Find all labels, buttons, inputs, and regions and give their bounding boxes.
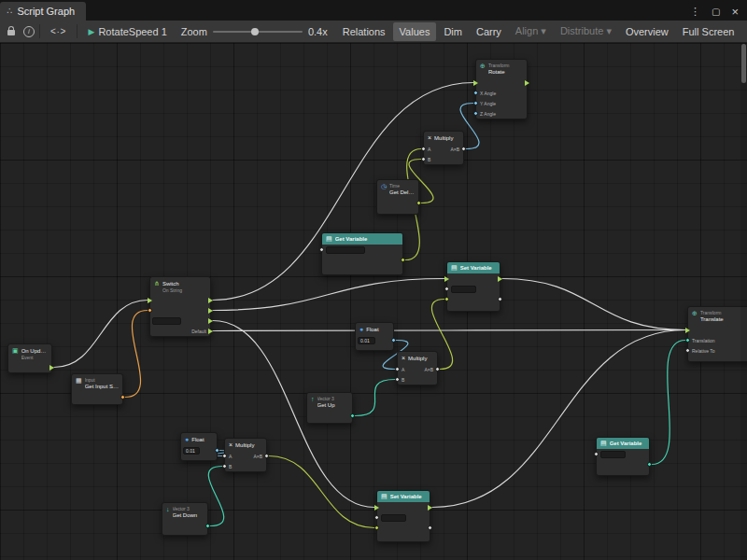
maximize-icon[interactable]: ▢ — [712, 7, 720, 17]
value-port[interactable] — [461, 147, 466, 151]
node-getinput[interactable]: ▦InputGet Input String — [71, 373, 123, 405]
value-port[interactable] — [647, 462, 652, 467]
port-row — [597, 449, 649, 459]
zoom-slider-thumb[interactable] — [251, 28, 259, 35]
value-port[interactable] — [395, 377, 400, 382]
toolbar-button-full-screen[interactable]: Full Screen — [676, 22, 741, 41]
control-port[interactable] — [208, 318, 213, 324]
code-icon[interactable]: <∙> — [45, 26, 72, 36]
value-port[interactable] — [350, 413, 355, 418]
value-port[interactable] — [685, 348, 690, 353]
close-icon[interactable]: × — [731, 7, 739, 17]
toolbar-button-distribute[interactable]: Distribute ▾ — [554, 21, 618, 41]
node-multiply-top[interactable]: ×MultiplyAA×BB — [423, 131, 464, 165]
inline-field[interactable] — [600, 451, 626, 458]
vertical-scrollbar-thumb[interactable] — [741, 44, 746, 83]
inline-field[interactable]: 0.01 — [183, 447, 200, 455]
toolbar-button-overview[interactable]: Overview — [619, 22, 675, 41]
control-port[interactable] — [208, 298, 213, 303]
node-delta[interactable]: ◷TimeGet Delta Time — [376, 179, 419, 215]
value-port[interactable] — [264, 454, 269, 458]
value-port[interactable] — [685, 338, 690, 343]
inline-field[interactable] — [451, 286, 476, 293]
vertical-scrollbar[interactable] — [740, 43, 747, 560]
control-port[interactable] — [428, 505, 432, 511]
node-getvar-top[interactable]: ▤Get Variable — [321, 232, 403, 275]
node-float-top[interactable]: ●Float0.01 — [355, 322, 394, 351]
value-port[interactable] — [473, 91, 478, 95]
control-port[interactable] — [208, 329, 213, 334]
lock-icon[interactable] — [7, 30, 15, 35]
node-multiply-bottom[interactable]: ×MultiplyAA×BB — [224, 438, 267, 472]
node-float-bottom[interactable]: ●Float0.01 — [180, 432, 218, 461]
node-getdown[interactable]: ↓Vector 3Get Down — [162, 502, 208, 536]
value-port[interactable] — [319, 247, 324, 252]
value-port[interactable] — [421, 157, 426, 161]
node-title: Get Variable — [610, 440, 645, 447]
node-rotate[interactable]: ⊕TransformRotateX AngleY AngleZ Angle — [475, 59, 528, 119]
value-port[interactable] — [148, 308, 152, 313]
control-port[interactable] — [685, 328, 690, 333]
node-onupdate[interactable]: ▣On UpdateEvent — [7, 343, 52, 373]
inline-field[interactable] — [381, 514, 406, 522]
inline-field[interactable]: 0.01 — [358, 337, 375, 344]
toolbar-button-relations[interactable]: Relations — [336, 22, 392, 41]
value-port[interactable] — [498, 297, 502, 301]
toolbar-button-align[interactable]: Align ▾ — [509, 21, 553, 41]
graph-canvas[interactable]: ⊕TransformRotateX AngleY AngleZ Angle×Mu… — [0, 43, 747, 560]
value-port[interactable] — [435, 367, 440, 371]
port-row: Z Angle — [476, 108, 527, 119]
value-port[interactable] — [401, 258, 405, 262]
port-label: Relative To — [692, 348, 715, 354]
control-port[interactable] — [473, 80, 478, 86]
port-row — [447, 284, 500, 294]
value-port[interactable] — [215, 448, 219, 453]
value-port[interactable] — [222, 464, 227, 469]
value-port[interactable] — [222, 454, 227, 458]
value-port[interactable] — [205, 524, 210, 528]
value-port[interactable] — [374, 525, 379, 530]
graph-ref-label: RotateSpeed 1 — [98, 26, 166, 37]
node-getup[interactable]: ↑Vector 3Get Up — [306, 392, 353, 424]
control-port[interactable] — [49, 365, 54, 371]
value-port[interactable] — [444, 287, 449, 291]
tab-script-graph[interactable]: ∴ Script Graph — [0, 2, 86, 21]
value-port[interactable] — [421, 147, 426, 151]
value-port[interactable] — [374, 515, 379, 520]
control-port[interactable] — [148, 298, 152, 303]
node-multiply-mid[interactable]: ×MultiplyAA×BB — [397, 351, 438, 385]
value-port[interactable] — [391, 338, 396, 343]
node-getvar-right[interactable]: ▤Get Variable — [596, 437, 650, 476]
toolbar-button-carry[interactable]: Carry — [470, 22, 508, 41]
value-port[interactable] — [473, 111, 478, 116]
control-port[interactable] — [208, 308, 213, 314]
node-header: ⋔SwitchOn String — [150, 277, 210, 295]
control-port[interactable] — [374, 505, 379, 511]
toolbar-button-values[interactable]: Values — [393, 22, 437, 41]
inline-field[interactable] — [152, 317, 181, 325]
node-setvar-bottom[interactable]: ▤Set Variable — [376, 490, 430, 542]
control-port[interactable] — [498, 276, 502, 282]
value-port[interactable] — [416, 201, 421, 205]
value-port[interactable] — [473, 101, 478, 105]
transform-icon: ⊕ — [480, 63, 486, 70]
titlebar[interactable]: ∴ Script Graph ⋮ ▢ × — [0, 0, 747, 21]
node-setvar-top[interactable]: ▤Set Variable — [446, 261, 500, 312]
control-port[interactable] — [444, 276, 449, 282]
value-port[interactable] — [395, 367, 400, 371]
node-switch[interactable]: ⋔SwitchOn StringDefault — [149, 276, 211, 337]
port-row: 0.01 — [181, 445, 217, 455]
info-icon[interactable]: i — [23, 26, 35, 37]
inline-field[interactable] — [326, 246, 365, 254]
zoom-slider[interactable] — [213, 31, 303, 33]
graph-breadcrumb[interactable]: ▶ RotateSpeed 1 — [82, 26, 172, 37]
node-translate[interactable]: ⊕TransformTranslateTranslationRelative T… — [687, 306, 747, 362]
value-port[interactable] — [594, 452, 599, 456]
value-port[interactable] — [444, 297, 449, 301]
value-port[interactable] — [120, 395, 125, 399]
toolbar-button-dim[interactable]: Dim — [437, 22, 469, 41]
multiply-icon: × — [428, 134, 431, 142]
window-menu-icon[interactable]: ⋮ — [690, 7, 700, 17]
control-port[interactable] — [525, 80, 529, 86]
value-port[interactable] — [428, 525, 432, 530]
